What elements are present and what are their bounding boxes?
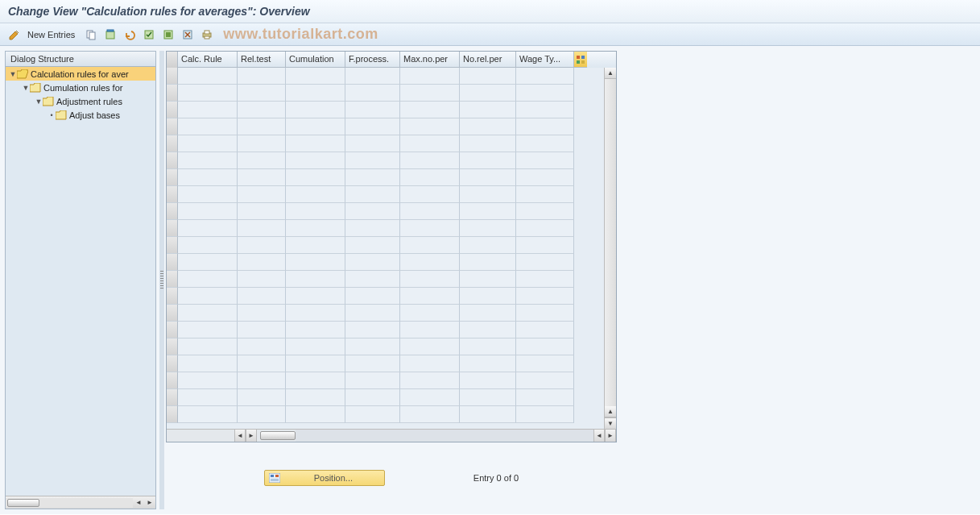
- row-selector[interactable]: [167, 406, 178, 423]
- grid-cell[interactable]: [178, 169, 238, 186]
- column-header-rel-test[interactable]: Rel.test: [238, 52, 286, 68]
- grid-cell[interactable]: [286, 152, 345, 169]
- grid-cell[interactable]: [400, 372, 460, 389]
- row-selector[interactable]: [167, 85, 178, 102]
- grid-cell[interactable]: [400, 85, 460, 102]
- grid-cell[interactable]: [345, 152, 400, 169]
- grid-cell[interactable]: [238, 118, 286, 135]
- grid-cell[interactable]: [345, 203, 400, 220]
- grid-cell[interactable]: [516, 305, 574, 322]
- toggle-change-icon[interactable]: [6, 27, 23, 43]
- row-selector[interactable]: [167, 338, 178, 355]
- grid-cell[interactable]: [400, 118, 460, 135]
- grid-cell[interactable]: [238, 322, 286, 338]
- grid-cell[interactable]: [238, 68, 286, 85]
- grid-cell[interactable]: [178, 237, 238, 254]
- grid-cell[interactable]: [460, 406, 516, 423]
- grid-cell[interactable]: [286, 203, 345, 220]
- tree-node[interactable]: ▼Calculation rules for aver: [6, 67, 155, 81]
- scroll-left-icon[interactable]: ◄: [133, 497, 144, 509]
- table-settings-icon[interactable]: [574, 52, 587, 68]
- undo-icon[interactable]: [122, 27, 138, 43]
- grid-cell[interactable]: [238, 305, 286, 322]
- grid-cell[interactable]: [460, 237, 516, 254]
- column-header-calc-rule[interactable]: Calc. Rule: [178, 52, 238, 68]
- grid-cell[interactable]: [286, 102, 345, 118]
- grid-cell[interactable]: [238, 338, 286, 355]
- row-selector[interactable]: [167, 305, 178, 322]
- grid-cell[interactable]: [460, 322, 516, 338]
- copy-icon[interactable]: [83, 27, 99, 43]
- grid-cell[interactable]: [460, 220, 516, 237]
- grid-cell[interactable]: [516, 203, 574, 220]
- grid-cell[interactable]: [516, 169, 574, 186]
- grid-cell[interactable]: [345, 372, 400, 389]
- grid-cell[interactable]: [286, 237, 345, 254]
- grid-cell[interactable]: [178, 288, 238, 305]
- grid-cell[interactable]: [460, 305, 516, 322]
- grid-cell[interactable]: [178, 152, 238, 169]
- grid-cell[interactable]: [345, 85, 400, 102]
- row-selector[interactable]: [167, 322, 178, 338]
- grid-cell[interactable]: [286, 406, 345, 423]
- grid-cell[interactable]: [400, 135, 460, 152]
- grid-cell[interactable]: [516, 389, 574, 406]
- tree-horizontal-scrollbar[interactable]: ◄ ►: [6, 496, 155, 509]
- grid-cell[interactable]: [516, 102, 574, 118]
- grid-cell[interactable]: [345, 271, 400, 288]
- row-selector[interactable]: [167, 68, 178, 85]
- grid-cell[interactable]: [178, 389, 238, 406]
- grid-cell[interactable]: [345, 389, 400, 406]
- grid-cell[interactable]: [460, 271, 516, 288]
- row-selector[interactable]: [167, 118, 178, 135]
- grid-cell[interactable]: [286, 389, 345, 406]
- grid-cell[interactable]: [286, 271, 345, 288]
- grid-cell[interactable]: [400, 186, 460, 203]
- grid-cell[interactable]: [345, 135, 400, 152]
- row-marker-header[interactable]: [167, 52, 178, 68]
- row-selector[interactable]: [167, 169, 178, 186]
- grid-cell[interactable]: [178, 322, 238, 338]
- row-selector[interactable]: [167, 186, 178, 203]
- grid-cell[interactable]: [238, 186, 286, 203]
- grid-cell[interactable]: [516, 254, 574, 271]
- row-selector[interactable]: [167, 203, 178, 220]
- grid-cell[interactable]: [286, 305, 345, 322]
- grid-cell[interactable]: [345, 338, 400, 355]
- grid-cell[interactable]: [400, 220, 460, 237]
- grid-cell[interactable]: [345, 220, 400, 237]
- grid-cell[interactable]: [238, 406, 286, 423]
- grid-cell[interactable]: [178, 355, 238, 372]
- scroll-up-fast-icon[interactable]: ▲: [605, 406, 616, 417]
- grid-cell[interactable]: [460, 152, 516, 169]
- grid-cell[interactable]: [345, 237, 400, 254]
- grid-cell[interactable]: [238, 372, 286, 389]
- grid-cell[interactable]: [516, 186, 574, 203]
- grid-cell[interactable]: [345, 169, 400, 186]
- grid-cell[interactable]: [460, 169, 516, 186]
- grid-cell[interactable]: [400, 355, 460, 372]
- grid-cell[interactable]: [286, 135, 345, 152]
- vertical-scrollbar[interactable]: ▲ ▲ ▼: [604, 68, 616, 429]
- print-icon[interactable]: [199, 27, 215, 43]
- tree-node[interactable]: ▼Adjustment rules: [6, 94, 155, 108]
- grid-cell[interactable]: [400, 203, 460, 220]
- select-block-icon[interactable]: [160, 27, 176, 43]
- row-selector[interactable]: [167, 152, 178, 169]
- grid-cell[interactable]: [516, 135, 574, 152]
- grid-cell[interactable]: [460, 254, 516, 271]
- row-selector[interactable]: [167, 254, 178, 271]
- grid-cell[interactable]: [238, 85, 286, 102]
- select-all-icon[interactable]: [141, 27, 157, 43]
- row-selector[interactable]: [167, 389, 178, 406]
- grid-cell[interactable]: [178, 85, 238, 102]
- grid-cell[interactable]: [516, 220, 574, 237]
- grid-cell[interactable]: [238, 237, 286, 254]
- tree-expand-icon[interactable]: ▼: [22, 84, 30, 92]
- tree-node[interactable]: •Adjust bases: [6, 108, 155, 122]
- grid-cell[interactable]: [286, 355, 345, 372]
- row-selector[interactable]: [167, 271, 178, 288]
- grid-cell[interactable]: [238, 102, 286, 118]
- grid-cell[interactable]: [178, 271, 238, 288]
- grid-cell[interactable]: [516, 406, 574, 423]
